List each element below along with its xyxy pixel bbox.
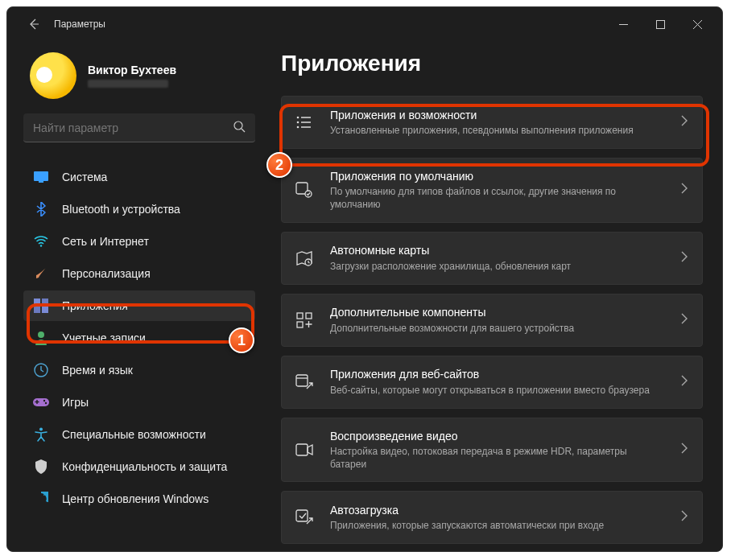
svg-point-4 (40, 245, 42, 246)
sidebar-item-system[interactable]: Система (23, 162, 255, 192)
sidebar-item-label: Время и язык (62, 364, 133, 377)
sidebar-item-user[interactable]: Учетные записи (23, 323, 255, 353)
back-button[interactable] (20, 10, 47, 38)
card-title: Приложения для веб-сайтов (330, 367, 665, 381)
svg-rect-5 (34, 299, 40, 305)
sidebar-item-timelang[interactable]: Время и язык (23, 355, 255, 385)
grid-icon (295, 312, 314, 328)
search-icon (233, 120, 246, 136)
brush-icon (33, 266, 49, 282)
svg-rect-6 (42, 299, 48, 305)
maximize-button[interactable] (642, 11, 679, 37)
svg-point-9 (38, 331, 44, 338)
chevron-right-icon (681, 510, 688, 525)
close-button[interactable] (679, 11, 716, 37)
user-email-blurred (88, 80, 168, 88)
sidebar-item-label: Персонализация (62, 267, 151, 280)
sidebar-item-label: Конфиденциальность и защита (62, 460, 227, 473)
update-icon (33, 491, 49, 507)
video-icon (295, 443, 314, 456)
marker-2: 2 (266, 152, 292, 178)
svg-rect-8 (42, 307, 48, 313)
settings-card-grid[interactable]: Дополнительные компоненты Дополнительные… (281, 294, 703, 347)
svg-rect-7 (34, 307, 40, 313)
sidebar-item-label: Bluetooth и устройства (62, 203, 180, 216)
sidebar-item-wifi[interactable]: Сеть и Интернет (23, 226, 255, 257)
sidebar-item-label: Система (62, 171, 107, 183)
page-title: Приложения (281, 51, 703, 76)
settings-card-weblink[interactable]: Приложения для веб-сайтов Веб-сайты, кот… (281, 356, 703, 409)
nav-list: СистемаBluetooth и устройстваСеть и Инте… (23, 162, 255, 514)
user-icon (33, 330, 49, 346)
search-box[interactable] (23, 113, 255, 142)
sidebar-item-update[interactable]: Центр обновления Windows (23, 484, 255, 514)
card-title: Воспроизведение видео (330, 429, 665, 443)
sidebar-item-label: Приложения (62, 299, 128, 312)
list-icon (295, 115, 314, 130)
weblink-icon (295, 374, 314, 390)
sidebar-item-bluetooth[interactable]: Bluetooth и устройства (23, 194, 255, 224)
card-subtitle: Приложения, которые запускаются автомати… (330, 519, 665, 532)
wifi-icon (33, 233, 49, 249)
shield-icon (33, 459, 49, 475)
chevron-right-icon (681, 313, 688, 327)
minimize-button[interactable] (605, 11, 642, 37)
main-panel: Приложения Приложения и возможности Уста… (263, 41, 722, 551)
svg-rect-26 (296, 510, 308, 521)
card-title: Автозагрузка (330, 503, 665, 517)
settings-card-list[interactable]: Приложения и возможности Установленные п… (281, 96, 703, 149)
card-subtitle: Настройка видео, потоковая передача в ре… (330, 445, 665, 471)
card-title: Дополнительные компоненты (330, 305, 665, 319)
chevron-right-icon (681, 443, 688, 457)
sidebar-item-games[interactable]: Игры (23, 387, 255, 418)
sidebar-item-apps[interactable]: Приложения (23, 290, 255, 321)
sidebar: Виктор Бухтеев СистемаBluetooth и устрой… (7, 41, 263, 551)
svg-point-13 (45, 402, 47, 404)
window-title: Параметры (54, 19, 605, 30)
settings-card-startup[interactable]: Автозагрузка Приложения, которые запуска… (281, 491, 703, 544)
settings-card-map[interactable]: Автономные карты Загрузки расположение х… (281, 232, 703, 285)
svg-rect-0 (656, 20, 664, 28)
svg-rect-2 (34, 171, 48, 181)
chevron-right-icon (681, 183, 688, 197)
timelang-icon (33, 362, 49, 378)
svg-rect-24 (296, 375, 308, 386)
card-subtitle: Установленные приложения, псевдонимы вып… (330, 124, 665, 137)
sidebar-item-label: Учетные записи (62, 331, 146, 344)
card-subtitle: По умолчанию для типов файлов и ссылок, … (330, 185, 665, 211)
user-name: Виктор Бухтеев (88, 64, 176, 77)
chevron-right-icon (681, 251, 688, 266)
svg-point-17 (297, 126, 299, 129)
card-title: Приложения и возможности (330, 108, 665, 122)
svg-rect-21 (297, 313, 303, 319)
svg-point-12 (43, 400, 45, 401)
maximize-icon (656, 20, 665, 29)
profile-block[interactable]: Виктор Бухтеев (23, 44, 255, 113)
svg-point-14 (39, 428, 43, 431)
sidebar-item-accessibility[interactable]: Специальные возможности (23, 419, 255, 450)
svg-rect-25 (296, 444, 308, 455)
chevron-right-icon (681, 375, 688, 389)
sidebar-item-shield[interactable]: Конфиденциальность и защита (23, 451, 255, 482)
apps-icon (33, 298, 49, 314)
search-input[interactable] (33, 121, 233, 134)
card-subtitle: Веб-сайты, которые могут открываться в п… (330, 384, 665, 397)
games-icon (33, 394, 49, 410)
close-icon (693, 20, 702, 29)
card-title: Приложения по умолчанию (330, 169, 665, 183)
svg-rect-23 (297, 322, 303, 327)
arrow-left-icon (27, 18, 40, 31)
sidebar-item-label: Центр обновления Windows (62, 492, 209, 505)
default-icon (295, 182, 314, 198)
system-icon (33, 169, 49, 185)
accessibility-icon (33, 426, 49, 443)
card-subtitle: Загрузки расположение хранилища, обновле… (330, 260, 665, 273)
map-icon (295, 250, 314, 266)
window-controls (605, 11, 716, 37)
settings-window: Параметры Виктор Бухтеев СистемаBluet (6, 6, 723, 552)
settings-card-video[interactable]: Воспроизведение видео Настройка видео, п… (281, 418, 703, 483)
settings-card-default[interactable]: Приложения по умолчанию По умолчанию для… (281, 158, 703, 223)
card-title: Автономные карты (330, 243, 665, 257)
sidebar-item-brush[interactable]: Персонализация (23, 258, 255, 289)
chevron-right-icon (681, 115, 688, 130)
